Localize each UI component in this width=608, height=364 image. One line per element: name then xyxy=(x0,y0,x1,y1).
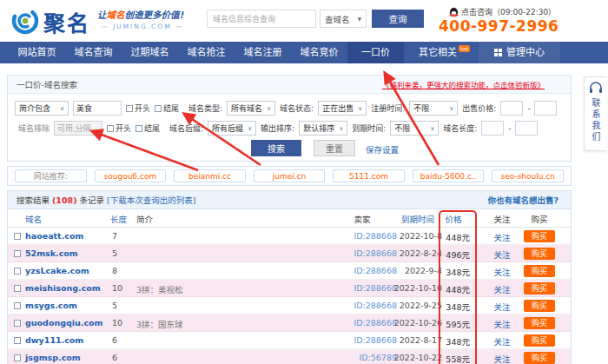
recommend-site[interactable]: jumei.cn xyxy=(254,169,326,182)
nav-domain-query[interactable]: 域名查询 xyxy=(65,42,122,63)
chevron-down-icon: ∨ xyxy=(267,105,271,112)
recommend-site[interactable]: baidu-5600.c.. xyxy=(413,169,485,182)
expire-date: 2022-10-26 xyxy=(393,318,442,328)
seller-id[interactable]: ID:288668 xyxy=(327,318,397,328)
row-checkbox[interactable] xyxy=(14,337,21,344)
seller-id[interactable]: ID:288668 xyxy=(327,301,397,310)
row-checkbox[interactable] xyxy=(14,233,21,240)
promo-link[interactable]: 《福利来袭，更强大的搜索功能，点击体验新版》 xyxy=(382,79,545,89)
domain-type-select[interactable]: 所有域名∨ xyxy=(227,101,275,116)
domain-link[interactable]: msygs.com xyxy=(25,301,77,310)
buy-button[interactable]: 购买 xyxy=(524,317,555,329)
table-row: 52msk.com 5 ID:288668 2022-8-24 496元 关注 … xyxy=(8,245,571,262)
sell-domain-link[interactable]: 你也有域名想出售? xyxy=(487,194,558,206)
buy-button[interactable]: 购买 xyxy=(524,352,555,364)
buy-button[interactable]: 购买 xyxy=(524,300,555,312)
domain-length: 7 xyxy=(112,231,117,241)
seller-id[interactable]: ID:288668 xyxy=(327,266,397,275)
nav-home[interactable]: 网站首页 xyxy=(9,42,65,63)
reg-time-select[interactable]: 不限∨ xyxy=(409,101,458,116)
results-header: 搜索结果 (108) 条记录 [下载本次查询出的列表] 你也有域名想出售? xyxy=(8,191,571,209)
recommend-site[interactable]: seo-shoulu.cn xyxy=(492,169,564,182)
follow-link[interactable]: 关注 xyxy=(487,335,517,347)
domain-link[interactable]: dwy111.com xyxy=(25,335,83,345)
nav-auction[interactable]: 域名竞价 xyxy=(291,42,347,63)
follow-link[interactable]: 关注 xyxy=(487,318,517,330)
keyword-input[interactable] xyxy=(73,101,122,116)
seller-id[interactable]: ID:288668 xyxy=(327,248,397,258)
search-button[interactable]: 搜索 xyxy=(251,140,301,156)
buy-button[interactable]: 购买 xyxy=(524,248,555,260)
nav-others[interactable]: 其它相关 hot xyxy=(404,42,472,63)
row-checkbox[interactable] xyxy=(14,354,21,361)
order-select[interactable]: 默认排序∨ xyxy=(299,121,347,136)
seller-id[interactable]: ID:56789 xyxy=(327,353,397,362)
follow-link[interactable]: 关注 xyxy=(487,231,517,243)
contact-us-widget[interactable]: 联系我们 xyxy=(584,76,606,151)
seller-id[interactable]: ID:288668 xyxy=(327,231,397,241)
seller-id[interactable]: ID:288668 xyxy=(327,283,397,293)
download-list-link[interactable]: [下载本次查询出的列表] xyxy=(107,194,195,206)
recommend-site[interactable]: 5111.com xyxy=(333,169,405,182)
domain-search-input[interactable] xyxy=(207,10,316,28)
price-max-input[interactable] xyxy=(534,101,557,116)
row-checkbox[interactable] xyxy=(14,302,21,309)
consult-line[interactable]: 点击咨询（09:00-22:30） xyxy=(449,6,556,17)
intro-mode-select[interactable]: 简介包含∨ xyxy=(15,101,69,116)
col-expire[interactable]: 到期时间 xyxy=(393,213,442,225)
save-settings-link[interactable]: 保存设置 xyxy=(366,143,399,156)
follow-link[interactable]: 关注 xyxy=(487,283,517,295)
length-max-input[interactable] xyxy=(515,121,538,136)
reset-button[interactable]: 重置 xyxy=(314,140,355,156)
follow-link[interactable]: 关注 xyxy=(487,266,517,278)
recommend-site[interactable]: beianmi.cc xyxy=(174,169,246,182)
dash-separator: - xyxy=(527,104,530,113)
nav-expired-domains[interactable]: 过期域名 xyxy=(122,42,178,63)
price-min-input[interactable] xyxy=(500,101,523,116)
row-checkbox[interactable] xyxy=(14,320,21,327)
logo-text: 聚名 xyxy=(43,6,90,37)
starts-with-checkbox-2[interactable]: 开头 xyxy=(107,122,131,134)
domain-link[interactable]: haoeatt.com xyxy=(25,231,83,241)
table-row: msygs.com 5 ID:288668 2022-9-25 348元 关注 … xyxy=(8,297,571,314)
ends-with-checkbox[interactable]: 结尾 xyxy=(155,103,179,114)
follow-link[interactable]: 关注 xyxy=(487,353,517,364)
suffix-select[interactable]: 所有后缀∨ xyxy=(208,121,256,136)
col-price[interactable]: 价格 xyxy=(437,213,470,225)
buy-button[interactable]: 购买 xyxy=(524,334,555,347)
domain-intro: 3拼：国东球 xyxy=(136,318,183,330)
domain-link[interactable]: 52msk.com xyxy=(25,248,78,258)
follow-link[interactable]: 关注 xyxy=(487,301,517,313)
row-checkbox[interactable] xyxy=(14,285,21,292)
domain-link[interactable]: jsgmsp.com xyxy=(25,353,81,362)
ends-with-checkbox-2[interactable]: 结尾 xyxy=(135,122,160,134)
buy-button[interactable]: 购买 xyxy=(524,265,555,277)
nav-admin-center[interactable]: 管理中心 xyxy=(479,42,560,63)
search-type-select[interactable]: 查域名 ▼ xyxy=(320,10,367,28)
domain-link[interactable]: yzsLcake.com xyxy=(25,266,89,275)
expire-date: 2022-8-17 xyxy=(393,335,442,345)
expire-time-select[interactable]: 不限∨ xyxy=(390,121,439,136)
starts-with-label-2: 开头 xyxy=(116,122,131,134)
row-checkbox[interactable] xyxy=(14,268,21,275)
domain-link[interactable]: guodongqiu.com xyxy=(25,318,102,328)
buy-button[interactable]: 购买 xyxy=(524,282,555,295)
tagline: 让域名创造更多价值! xyxy=(97,8,183,21)
nav-buy-now[interactable]: 一口价 xyxy=(347,42,404,63)
col-length[interactable]: 长度 xyxy=(110,213,127,225)
follow-link[interactable]: 关注 xyxy=(487,248,517,261)
search-query-button[interactable]: 查询 xyxy=(372,10,424,28)
starts-with-checkbox[interactable]: 开头 xyxy=(126,103,150,114)
col-domain[interactable]: 域名 xyxy=(25,213,42,225)
seller-id[interactable]: ID:288668 xyxy=(327,335,397,345)
domain-status-select[interactable]: 正在出售∨ xyxy=(318,101,367,116)
exclude-input[interactable] xyxy=(54,121,102,136)
recommend-site[interactable]: sougou6.com xyxy=(95,169,167,182)
nav-register[interactable]: 域名注册 xyxy=(235,42,291,63)
length-min-input[interactable] xyxy=(481,121,504,136)
row-checkbox[interactable] xyxy=(14,250,21,257)
domain-link[interactable]: meishisong.com xyxy=(25,283,101,293)
nav-backorder[interactable]: 域名抢注 xyxy=(178,42,235,63)
expire-date: 2022-10-22 xyxy=(393,353,442,362)
buy-button[interactable]: 购买 xyxy=(524,230,555,242)
